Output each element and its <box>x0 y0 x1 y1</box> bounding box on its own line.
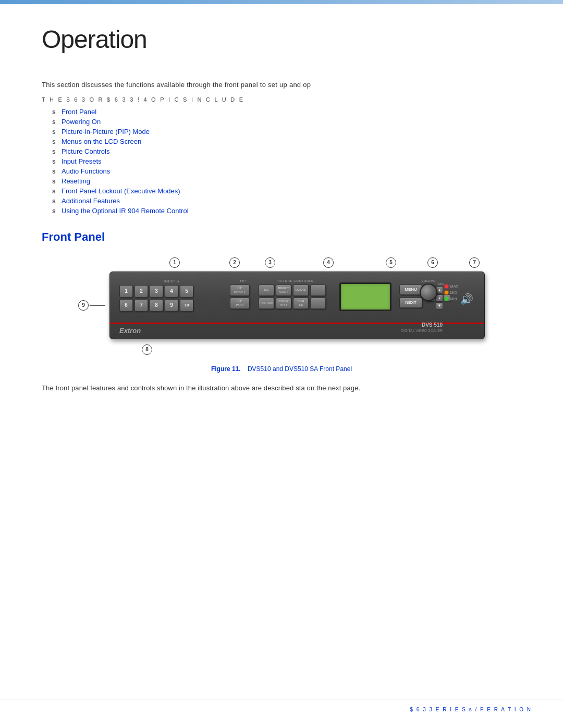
topic-link-pip[interactable]: Picture-in-Picture (PIP) Mode <box>62 128 150 135</box>
list-item: s Front Panel <box>52 108 521 116</box>
led-section: MAX MID MIN <box>445 285 458 301</box>
sie-btn[interactable]: SIE <box>259 285 274 296</box>
device-row: 9 Extron DVS 510 DIGITAL VIDEO SCALER <box>78 272 485 339</box>
position-btn[interactable]: POSITION <box>259 298 274 309</box>
extron-logo: Extron <box>119 327 141 335</box>
input-btn-9[interactable]: 9 <box>165 299 178 312</box>
figure-caption: Figure 11. DVS510 and DVS510 SA Front Pa… <box>42 365 521 373</box>
callout-9-container: 9 <box>78 300 105 311</box>
volume-knob[interactable] <box>420 283 437 301</box>
topics-list: s Front Panel s Powering On s Picture-in… <box>52 108 521 215</box>
dvs-label: DVS 510 DIGITAL VIDEO SCALER <box>401 322 443 333</box>
callout-8-area: 8 <box>109 339 485 365</box>
callout-4: 4 <box>323 257 334 268</box>
bullet: s <box>52 198 57 205</box>
bullet: s <box>52 178 57 185</box>
color-tint-btn[interactable]: COLOR/TINT <box>276 298 291 309</box>
topic-link-front-panel[interactable]: Front Panel <box>62 108 96 116</box>
callout-6: 6 <box>427 257 438 268</box>
topic-link-picture-controls[interactable]: Picture Controls <box>62 147 109 155</box>
input-buttons-grid: 1 2 3 4 5 6 7 8 9 10 <box>119 285 224 312</box>
led-min-label: MIN <box>450 297 457 301</box>
device-subtitle: DIGITAL VIDEO SCALER <box>401 328 443 333</box>
callout-9: 9 <box>78 300 89 311</box>
picture-controls-label: PICTURE CONTROLS <box>259 279 332 282</box>
list-item: s Menus on the LCD Screen <box>52 138 521 145</box>
page-footer: $ 6 3 3 E R I E S s / P E R A T I O N <box>0 707 563 712</box>
topic-link-powering-on[interactable]: Powering On <box>62 118 101 126</box>
led-row-min: MIN <box>445 297 458 301</box>
device-model: DVS 510 <box>401 322 443 328</box>
callout-7: 7 <box>469 257 480 268</box>
callout-9-line <box>90 305 105 306</box>
next-button[interactable]: NEXT <box>399 298 422 308</box>
topic-link-resetting[interactable]: Resetting <box>62 177 90 185</box>
menu-button[interactable]: MENU <box>399 285 422 295</box>
bullet: s <box>52 138 57 145</box>
bullet: s <box>52 108 57 116</box>
list-item: s Using the Optional IR 904 Remote Contr… <box>52 207 521 215</box>
empty-btn-2 <box>310 298 326 309</box>
led-row-mid: MID <box>445 291 458 294</box>
list-item: s Picture Controls <box>52 147 521 155</box>
bright-cont-btn[interactable]: BRIGHT/CONT <box>276 285 291 296</box>
menu-section: MENU NEXT <box>399 285 422 308</box>
led-min-indicator <box>445 297 448 301</box>
topics-header: T H E $ 6 3 O R $ 6 3 3 ! 4 O P I C S I … <box>42 96 521 103</box>
empty-cell <box>444 302 451 310</box>
topic-link-menus[interactable]: Menus on the LCD Screen <box>62 138 141 145</box>
bullet: s <box>52 207 57 215</box>
input-btn-6[interactable]: 6 <box>119 299 133 312</box>
picture-buttons-grid: SIE BRIGHT/CONT DETAIL POSITION COLOR/TI… <box>259 285 332 309</box>
led-mid-label: MID <box>450 291 457 294</box>
pip-w-ap-btn[interactable]: PIPW AP <box>230 298 250 309</box>
pip-on-off-btn[interactable]: PIPON/OFF <box>230 285 250 296</box>
topic-link-audio[interactable]: Audio Functions <box>62 167 110 175</box>
callout-numbers-top: 1 2 3 4 5 6 7 <box>109 253 485 272</box>
top-bar <box>0 0 563 4</box>
topic-link-input-presets[interactable]: Input Presets <box>62 157 102 165</box>
input-btn-7[interactable]: 7 <box>134 299 148 312</box>
lcd-display <box>339 282 391 311</box>
list-item: s Picture-in-Picture (PIP) Mode <box>52 128 521 135</box>
input-btn-2[interactable]: 2 <box>134 285 148 298</box>
led-max-label: MAX <box>450 285 458 288</box>
bullet: s <box>52 158 57 165</box>
callout-8: 8 <box>142 344 152 355</box>
bullet: s <box>52 128 57 135</box>
input-btn-4[interactable]: 4 <box>165 285 178 298</box>
body-text: The front panel features and controls sh… <box>42 383 521 394</box>
list-item: s Audio Functions <box>52 167 521 175</box>
topic-link-additional[interactable]: Additional Features <box>62 197 120 205</box>
detail-btn[interactable]: DETAIL <box>293 285 309 296</box>
list-item: s Input Presets <box>52 157 521 165</box>
figure-number-label: Figure 11. <box>211 365 246 373</box>
footer-text: $ 6 3 3 E R I E S s / P E R A T I O N <box>410 707 532 712</box>
bullet: s <box>52 168 57 175</box>
bullet: s <box>52 148 57 155</box>
speaker-icon: 🔊 <box>460 293 473 305</box>
topic-link-remote[interactable]: Using the Optional IR 904 Remote Control <box>62 207 189 215</box>
input-btn-10[interactable]: 10 <box>180 299 193 312</box>
dvs-510-device: Extron DVS 510 DIGITAL VIDEO SCALER INPU… <box>109 272 485 339</box>
input-btn-3[interactable]: 3 <box>150 285 163 298</box>
callout-2: 2 <box>229 257 240 268</box>
bullet: s <box>52 188 57 195</box>
intro-text: This section discusses the functions ava… <box>42 80 521 90</box>
callout-1: 1 <box>169 257 180 268</box>
list-item: s Resetting <box>52 177 521 185</box>
volume-section: VOLUME <box>420 279 437 301</box>
input-btn-5[interactable]: 5 <box>180 285 193 298</box>
device-diagram: 1 2 3 4 5 6 7 9 <box>78 253 485 365</box>
picture-section: PICTURE CONTROLS SIE BRIGHT/CONT DETAIL … <box>259 279 332 309</box>
empty-cell <box>428 302 435 310</box>
down-arrow-btn[interactable]: ▼ <box>436 302 443 310</box>
topic-link-lockout[interactable]: Front Panel Lockout (Executive Modes) <box>62 187 180 195</box>
callout-3: 3 <box>265 257 275 268</box>
bom-ink-btn[interactable]: BOMINK <box>293 298 309 309</box>
input-btn-8[interactable]: 8 <box>150 299 163 312</box>
pip-section: PIP PIPON/OFF PIPW AP <box>230 279 256 311</box>
list-item: s Powering On <box>52 118 521 126</box>
volume-label: VOLUME <box>421 279 435 282</box>
input-btn-1[interactable]: 1 <box>119 285 133 298</box>
